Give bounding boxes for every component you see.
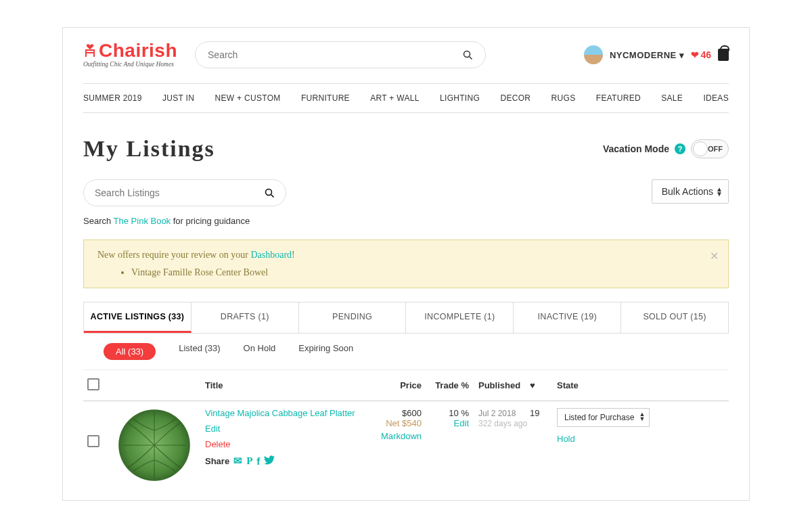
brand-text: Chairish [99, 41, 177, 60]
dashboard-link[interactable]: Dashboard [250, 250, 292, 260]
email-icon[interactable]: ✉ [233, 455, 242, 467]
listing-tabs: ACTIVE LISTINGS (33) DRAFTS (1) PENDING … [83, 302, 729, 334]
logo[interactable]: Chairish Outfitting Chic And Unique Home… [83, 41, 177, 68]
tab-pending[interactable]: PENDING [299, 302, 407, 333]
main-nav: SUMMER 2019 JUST IN NEW + CUSTOM FURNITU… [83, 83, 729, 113]
vacation-mode: Vacation Mode ? OFF [603, 139, 729, 158]
col-published: Published [469, 380, 530, 390]
product-title-link[interactable]: Vintage Majolica Cabbage Leaf Platter [205, 408, 361, 418]
product-thumb[interactable] [117, 408, 191, 482]
bag-icon[interactable] [718, 49, 729, 61]
user-area: NYCMODERNE ▾ ❤46 [584, 45, 729, 64]
col-trade: Trade % [422, 380, 469, 390]
state-select[interactable]: Listed for Purchase▲▼ [557, 408, 650, 427]
bulk-actions-select[interactable]: Bulk Actions ▲▼ [652, 179, 729, 204]
nav-item[interactable]: JUST IN [162, 93, 194, 103]
vacation-label: Vacation Mode [603, 143, 669, 154]
nav-item[interactable]: IDEAS [703, 93, 729, 103]
close-icon[interactable]: ✕ [710, 250, 719, 263]
select-all-checkbox[interactable] [87, 378, 99, 390]
edit-link[interactable]: Edit [205, 424, 361, 434]
share-label: Share [205, 456, 229, 466]
username[interactable]: NYCMODERNE ▾ [610, 50, 685, 60]
trade-pct: 10 % [449, 408, 469, 418]
tab-inactive[interactable]: INACTIVE (19) [514, 302, 621, 333]
table-header: Title Price Trade % Published ♥ State [83, 370, 729, 401]
vacation-state: OFF [708, 145, 723, 153]
tab-soldout[interactable]: SOLD OUT (15) [621, 302, 728, 333]
nav-item[interactable]: RUGS [551, 93, 576, 103]
help-icon[interactable]: ? [675, 143, 685, 154]
pinkbook-link[interactable]: The Pink Book [114, 216, 171, 226]
vacation-toggle[interactable]: OFF [691, 139, 729, 158]
listings-search-input[interactable] [95, 187, 265, 198]
net-price: Net $540 [361, 418, 422, 428]
nav-item[interactable]: SUMMER 2019 [83, 93, 142, 103]
pinkbook-hint: Search The Pink Book for pricing guidanc… [83, 216, 286, 226]
svg-point-2 [266, 189, 272, 195]
chair-heart-icon [83, 43, 97, 58]
markdown-link[interactable]: Markdown [361, 431, 422, 441]
subtab-listed[interactable]: Listed (33) [179, 343, 220, 360]
nav-item[interactable]: DECOR [500, 93, 531, 103]
nav-item[interactable]: ART + WALL [370, 93, 419, 103]
offers-alert: ✕ New offers require your review on your… [83, 240, 729, 288]
tab-active-listings[interactable]: ACTIVE LISTINGS (33) [84, 302, 191, 333]
twitter-icon[interactable] [264, 455, 275, 467]
nav-item[interactable]: FEATURED [596, 93, 641, 103]
svg-line-1 [470, 56, 472, 59]
search-icon [265, 188, 275, 198]
avatar[interactable] [584, 45, 603, 64]
tab-incomplete[interactable]: INCOMPLETE (1) [406, 302, 514, 333]
favorites-count[interactable]: ❤46 [691, 49, 711, 60]
price: $600 [402, 408, 422, 418]
pinterest-icon[interactable]: P [246, 455, 252, 467]
share-row: Share ✉ P f [205, 455, 361, 467]
col-state: State [557, 380, 665, 390]
nav-item[interactable]: FURNITURE [301, 93, 350, 103]
search-icon [463, 50, 473, 60]
alert-item[interactable]: Vintage Famille Rose Center Bowel [131, 267, 715, 278]
row-checkbox[interactable] [87, 435, 99, 447]
hold-link[interactable]: Hold [557, 434, 665, 444]
nav-item[interactable]: SALE [661, 93, 683, 103]
table-row: Vintage Majolica Cabbage Leaf Platter Ed… [83, 401, 729, 482]
svg-point-0 [464, 51, 470, 57]
subtab-all[interactable]: All (33) [104, 343, 156, 360]
col-price: Price [361, 380, 422, 390]
global-search-input[interactable] [208, 49, 463, 60]
svg-line-3 [271, 194, 274, 197]
subtab-onhold[interactable]: On Hold [244, 343, 276, 360]
col-heart: ♥ [530, 380, 557, 390]
subtab-expiring[interactable]: Expiring Soon [298, 343, 353, 360]
top-bar: Chairish Outfitting Chic And Unique Home… [83, 41, 729, 68]
page-title: My Listings [83, 136, 215, 162]
facebook-icon[interactable]: f [256, 455, 260, 467]
nav-item[interactable]: LIGHTING [440, 93, 480, 103]
listing-subtabs: All (33) Listed (33) On Hold Expiring So… [83, 334, 729, 370]
delete-link[interactable]: Delete [205, 439, 361, 449]
pub-ago: 322 days ago [478, 419, 527, 428]
listings-search[interactable] [83, 179, 286, 206]
heart-count: 19 [530, 408, 557, 482]
nav-item[interactable]: NEW + CUSTOM [215, 93, 281, 103]
tagline: Outfitting Chic And Unique Homes [83, 62, 177, 68]
col-title: Title [205, 380, 361, 390]
tab-drafts[interactable]: DRAFTS (1) [191, 302, 299, 333]
global-search[interactable] [195, 41, 486, 68]
pub-date: Jul 2 2018 [478, 409, 516, 418]
trade-edit-link[interactable]: Edit [454, 418, 469, 428]
